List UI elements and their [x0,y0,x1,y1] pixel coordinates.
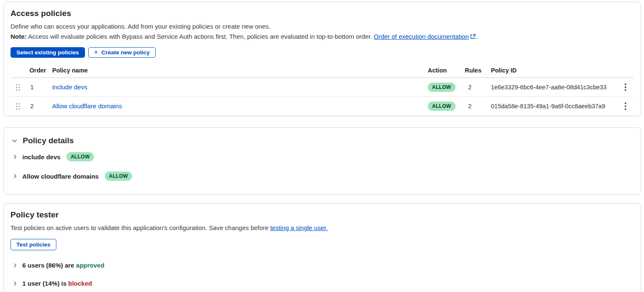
plus-icon: + [94,49,98,56]
policy-item-name: include devs [22,153,61,161]
note-label: Note: [11,33,27,40]
drag-handle-icon[interactable] [11,103,29,110]
policy-details-toggle[interactable]: Policy details [11,134,634,147]
testing-single-user-link[interactable]: testing a single user. [270,224,328,231]
row-order: 2 [29,103,52,110]
tester-results: 6 users (86%) are approved 1 user (14%) … [11,256,634,292]
policy-tester-panel: Policy tester Test policies on active us… [3,203,641,292]
page: Access policies Define who can access yo… [0,0,644,292]
access-policies-title: Access policies [11,9,634,18]
chevron-down-icon [11,138,18,144]
kebab-menu-icon[interactable] [617,78,634,96]
header-rules: Rules [465,67,491,74]
row-rules: 2 [465,103,491,110]
policy-name-link[interactable]: include devs [52,83,87,91]
header-policy-name: Policy name [52,67,428,74]
table-row: 1 include devs ALLOW 2 1e6e3329-6bc6-4ee… [11,78,634,97]
approved-status: approved [76,262,105,269]
access-policies-panel: Access policies Define who can access yo… [3,2,641,116]
row-policy-id: 1e6e3329-6bc6-4ee7-aa8e-08d41c3cbe33 [491,84,617,91]
policy-tester-description: Test policies on active users to validat… [11,223,634,233]
create-new-policy-label: Create new policy [101,49,150,56]
chevron-right-icon [12,263,18,268]
tester-result-approved[interactable]: 6 users (86%) are approved [11,256,634,274]
order-of-execution-link[interactable]: Order of execution documentation [374,33,469,40]
header-order: Order [29,67,52,74]
policy-buttons-row: Select existing policies + Create new po… [11,47,634,58]
note-text: Access will evaluate policies with Bypas… [27,33,374,40]
tester-description-text: Test policies on active users to validat… [11,224,270,231]
header-action: Action [428,67,465,74]
policy-name-link[interactable]: Allow cloudflare domains [52,102,122,110]
policy-tester-title: Policy tester [11,210,634,220]
chevron-right-icon [12,154,18,160]
allow-badge: ALLOW [428,83,456,92]
policy-details-item[interactable]: Allow cloudflare domains ALLOW [11,166,634,186]
policies-table: Order Policy name Action Rules Policy ID… [11,64,634,116]
access-policies-description: Define who can access your applications.… [11,21,634,32]
result-text: 1 user (14%) is blocked [22,280,92,287]
policy-details-item[interactable]: include devs ALLOW [11,147,634,166]
chevron-right-icon [12,173,18,179]
create-new-policy-button[interactable]: + Create new policy [88,47,156,58]
allow-badge: ALLOW [428,102,456,111]
allow-badge: ALLOW [66,152,94,161]
drag-handle-icon[interactable] [11,84,29,91]
result-text: 6 users (86%) are approved [22,262,104,269]
note-suffix: . [476,33,477,40]
chevron-right-icon [12,281,18,287]
tester-result-blocked[interactable]: 1 user (14%) is blocked [11,274,634,292]
kebab-menu-icon[interactable] [617,97,634,115]
row-policy-id: 015da58e-8135-49a1-9a6f-0cc8aeeb37a9 [491,103,617,110]
header-policy-id: Policy ID [491,67,617,74]
table-row: 2 Allow cloudflare domains ALLOW 2 015da… [11,97,634,116]
policy-item-name: Allow cloudflare domains [22,173,99,180]
access-policies-note: Note: Access will evaluate policies with… [11,32,634,42]
test-policies-button[interactable]: Test policies [11,239,56,250]
policy-details-panel: Policy details include devs ALLOW Allow … [3,127,641,195]
row-order: 1 [29,84,52,91]
policies-table-header: Order Policy name Action Rules Policy ID [11,64,634,78]
external-link-icon [470,32,476,42]
policy-details-title: Policy details [23,136,74,145]
allow-badge: ALLOW [105,171,133,181]
blocked-status: blocked [68,280,92,287]
row-rules: 2 [465,84,491,91]
select-existing-policies-button[interactable]: Select existing policies [11,47,85,58]
